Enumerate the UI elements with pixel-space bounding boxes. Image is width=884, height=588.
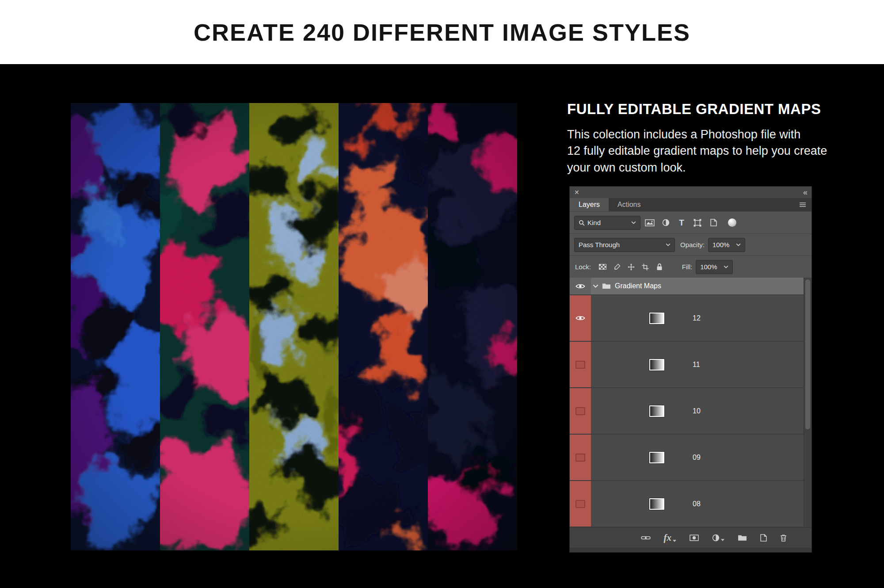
- lock-transparent-pixels-icon[interactable]: [597, 261, 609, 273]
- layer-name: 09: [693, 454, 701, 462]
- page: CREATE 240 DIFFERENT IMAGE STYLES: [0, 0, 884, 588]
- filter-shape-layers-icon[interactable]: [691, 216, 704, 229]
- caret-icon: [673, 540, 676, 542]
- layer-name: 11: [693, 361, 700, 369]
- info-body-line: 12 fully editable gradient maps to help …: [567, 143, 837, 159]
- chevron-down-icon: [724, 265, 728, 268]
- group-name: Gradient Maps: [615, 282, 661, 290]
- eye-icon: [575, 315, 585, 321]
- panel-header: ✕ «: [570, 187, 812, 198]
- add-layer-mask-icon[interactable]: [690, 535, 699, 541]
- banner: CREATE 240 DIFFERENT IMAGE STYLES: [0, 0, 884, 64]
- fill-label: Fill:: [682, 263, 692, 271]
- blend-row: Pass Through Opacity: 100%: [570, 233, 812, 256]
- blend-mode-dropdown[interactable]: Pass Through: [574, 238, 675, 252]
- gradient-map-thumbnail[interactable]: [649, 498, 664, 510]
- gradient-map-thumbnail[interactable]: [649, 452, 664, 463]
- info-body-line: This colection includes a Photoshop file…: [567, 126, 837, 143]
- lock-artboard-icon[interactable]: [640, 261, 651, 273]
- hidden-eye-well: [575, 407, 585, 415]
- layer-row[interactable]: 11: [570, 342, 812, 388]
- panel-menu-icon[interactable]: [799, 198, 812, 211]
- visibility-toggle[interactable]: [570, 342, 591, 387]
- banner-title: CREATE 240 DIFFERENT IMAGE STYLES: [194, 19, 690, 46]
- delete-layer-icon[interactable]: [780, 534, 787, 542]
- layer-row[interactable]: 12: [570, 295, 812, 342]
- info-body: This colection includes a Photoshop file…: [567, 126, 837, 176]
- layer-group-row[interactable]: Gradient Maps: [570, 278, 812, 295]
- chevron-down-icon: [666, 243, 671, 246]
- link-layers-icon[interactable]: [641, 535, 651, 540]
- hidden-eye-well: [575, 500, 585, 508]
- tab-layers[interactable]: Layers: [570, 198, 609, 211]
- new-adjustment-layer-icon[interactable]: [712, 534, 724, 542]
- caret-icon: [721, 539, 724, 541]
- filter-type-layers-icon[interactable]: T: [675, 216, 688, 229]
- layer-name: 12: [693, 314, 701, 322]
- hidden-eye-well: [575, 361, 585, 369]
- scrollbar-thumb[interactable]: [805, 279, 810, 429]
- fill-dropdown[interactable]: 100%: [696, 260, 733, 274]
- opacity-label: Opacity:: [680, 241, 705, 248]
- layer-row[interactable]: 08: [570, 481, 812, 527]
- kind-filter-value: Kind: [587, 219, 628, 226]
- info-heading: FULLY EDITABLE GRADIENT MAPS: [567, 101, 837, 118]
- chevron-down-icon: [736, 243, 741, 246]
- lock-row: Lock: Fill: 100%: [570, 256, 812, 278]
- layer-name: 10: [693, 407, 701, 415]
- filter-smart-objects-icon[interactable]: [707, 216, 720, 229]
- gradient-map-thumbnail[interactable]: [649, 405, 664, 417]
- blend-mode-value: Pass Through: [579, 241, 662, 248]
- visibility-toggle[interactable]: [570, 435, 591, 480]
- panel-tabbar: Layers Actions: [570, 198, 812, 211]
- opacity-value: 100%: [713, 241, 732, 248]
- collapse-panel-icon[interactable]: «: [803, 188, 807, 197]
- layer-effects-icon[interactable]: fx: [664, 533, 677, 542]
- close-icon[interactable]: ✕: [574, 189, 579, 196]
- visibility-toggle[interactable]: [570, 295, 591, 341]
- gradient-map-thumbnail[interactable]: [649, 313, 664, 324]
- panel-footer: [570, 548, 812, 552]
- fill-value: 100%: [700, 263, 720, 271]
- chevron-down-icon: [631, 221, 636, 224]
- filter-adjustment-layers-icon[interactable]: [659, 216, 672, 229]
- info-body-line: your own custom look.: [567, 160, 837, 176]
- panel-toolbar: fx: [570, 527, 812, 548]
- new-group-icon[interactable]: [738, 535, 747, 541]
- filter-row: Kind T: [570, 211, 812, 233]
- search-icon: [579, 220, 585, 226]
- layer-name: 08: [693, 500, 701, 508]
- lock-all-icon[interactable]: [654, 261, 665, 273]
- hidden-eye-well: [575, 454, 585, 462]
- layers-panel: ✕ « Layers Actions Kind T Pass: [569, 186, 812, 553]
- group-expander-chevron-icon[interactable]: [593, 284, 598, 288]
- tab-actions[interactable]: Actions: [609, 198, 649, 211]
- layer-row[interactable]: 09: [570, 435, 812, 481]
- folder-icon: [602, 283, 611, 289]
- layer-row[interactable]: 10: [570, 388, 812, 435]
- scrollbar[interactable]: [804, 278, 812, 527]
- filter-pixel-layers-icon[interactable]: [643, 216, 656, 229]
- gradient-map-thumbnail[interactable]: [649, 359, 664, 370]
- filtering-toggle-icon[interactable]: [728, 218, 736, 227]
- lock-label: Lock:: [575, 263, 591, 271]
- group-visibility-toggle[interactable]: [570, 278, 591, 294]
- visibility-toggle[interactable]: [570, 481, 591, 527]
- opacity-dropdown[interactable]: 100%: [708, 238, 745, 252]
- layers-list: Gradient Maps 12 11 10: [570, 278, 812, 527]
- new-layer-icon[interactable]: [760, 534, 767, 542]
- lock-image-pixels-icon[interactable]: [611, 261, 623, 273]
- lock-position-icon[interactable]: [625, 261, 637, 273]
- info-section: FULLY EDITABLE GRADIENT MAPS This colect…: [567, 101, 837, 176]
- eye-icon: [575, 283, 585, 290]
- artwork-preview: [71, 103, 517, 550]
- visibility-toggle[interactable]: [570, 388, 591, 434]
- kind-filter-dropdown[interactable]: Kind: [574, 216, 640, 230]
